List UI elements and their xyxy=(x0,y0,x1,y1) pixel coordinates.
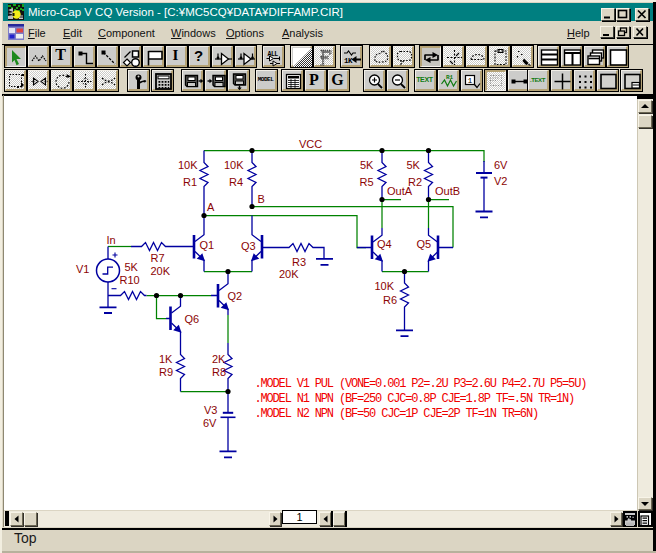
svg-text:1K: 1K xyxy=(344,56,353,64)
svg-text:1: 1 xyxy=(468,76,473,85)
svg-text:R1: R1 xyxy=(446,74,454,81)
